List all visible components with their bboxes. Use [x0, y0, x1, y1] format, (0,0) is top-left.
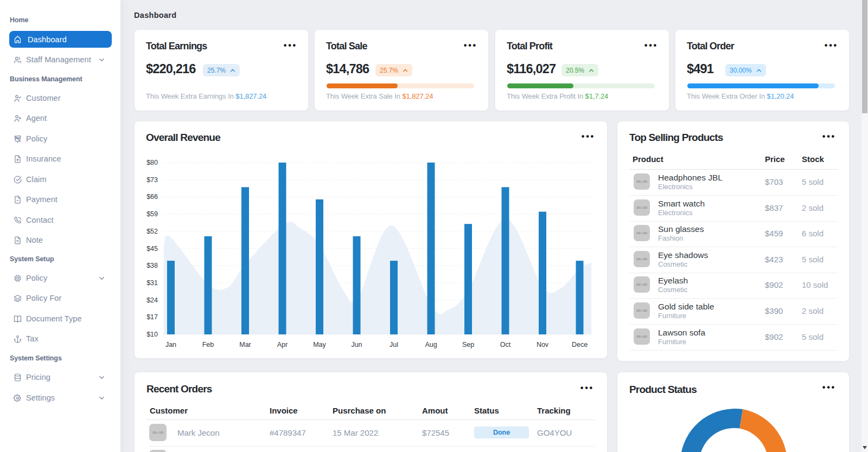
svg-text:Apr: Apr: [277, 341, 288, 348]
svg-text:Jul: Jul: [390, 341, 398, 348]
svg-text:$38: $38: [146, 262, 158, 269]
svg-text:$66: $66: [146, 193, 158, 201]
svg-text:Mar: Mar: [239, 341, 251, 348]
svg-text:Aug: Aug: [425, 341, 437, 348]
svg-text:Jun: Jun: [351, 341, 362, 348]
svg-text:$17: $17: [146, 313, 158, 321]
svg-text:Dece: Dece: [572, 341, 588, 348]
svg-text:Oct: Oct: [500, 341, 511, 348]
svg-text:Nov: Nov: [537, 341, 549, 348]
svg-text:Sep: Sep: [462, 341, 474, 348]
svg-text:$31: $31: [146, 279, 158, 287]
svg-text:$80: $80: [146, 159, 158, 166]
svg-text:$52: $52: [146, 228, 158, 235]
svg-text:Feb: Feb: [202, 341, 214, 348]
svg-text:May: May: [313, 341, 326, 348]
svg-text:$59: $59: [146, 210, 158, 218]
svg-text:$10: $10: [146, 331, 158, 338]
svg-text:Jan: Jan: [165, 341, 176, 348]
svg-text:$24: $24: [146, 296, 158, 304]
svg-text:$45: $45: [146, 245, 158, 253]
svg-text:$73: $73: [146, 176, 158, 184]
